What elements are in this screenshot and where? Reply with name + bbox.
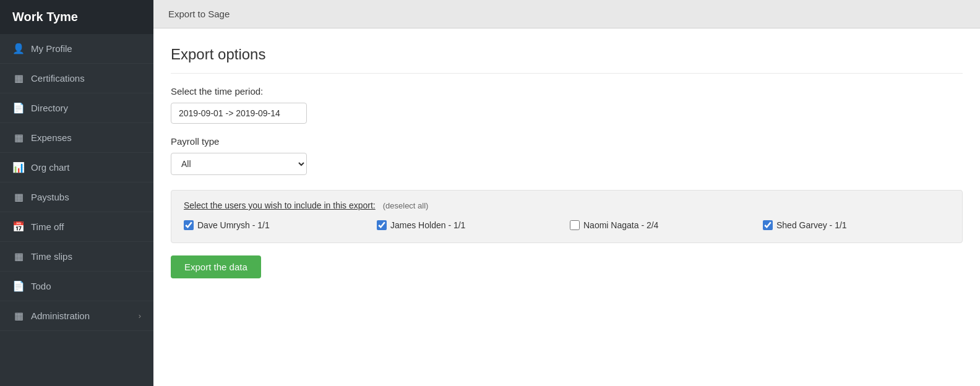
payroll-type-label: Payroll type xyxy=(171,136,963,147)
sidebar-item-administration[interactable]: ▦ Administration › xyxy=(0,301,153,331)
sidebar-item-paystubs[interactable]: ▦ Paystubs xyxy=(0,182,153,212)
users-grid: Dave Umrysh - 1/1James Holden - 1/1Naomi… xyxy=(184,220,950,230)
user-item-james-holden[interactable]: James Holden - 1/1 xyxy=(377,220,564,230)
user-checkbox-naomi-nagata[interactable] xyxy=(570,220,580,230)
sidebar-item-time-off[interactable]: 📅 Time off xyxy=(0,212,153,242)
users-section: Select the users you wish to include in … xyxy=(171,190,963,243)
sidebar-label-directory: Directory xyxy=(31,103,68,113)
users-section-label[interactable]: Select the users you wish to include in … xyxy=(184,200,376,210)
breadcrumb: Export to Sage xyxy=(153,0,980,28)
users-header: Select the users you wish to include in … xyxy=(184,200,950,210)
export-button[interactable]: Export the data xyxy=(171,255,261,278)
user-checkbox-james-holden[interactable] xyxy=(377,220,387,230)
user-item-shed-garvey[interactable]: Shed Garvey - 1/1 xyxy=(763,220,950,230)
expenses-icon: ▦ xyxy=(12,132,25,144)
sidebar-item-time-slips[interactable]: ▦ Time slips xyxy=(0,242,153,272)
directory-icon: 📄 xyxy=(12,102,25,114)
user-label-shed-garvey: Shed Garvey - 1/1 xyxy=(776,220,847,230)
sidebar-label-expenses: Expenses xyxy=(31,132,72,143)
sidebar-item-certifications[interactable]: ▦ Certifications xyxy=(0,64,153,93)
user-label-dave-umrysh: Dave Umrysh - 1/1 xyxy=(197,220,270,230)
my-profile-icon: 👤 xyxy=(12,43,25,54)
sidebar-label-my-profile: My Profile xyxy=(31,43,72,54)
user-item-dave-umrysh[interactable]: Dave Umrysh - 1/1 xyxy=(184,220,371,230)
deselect-all-link[interactable]: (deselect all) xyxy=(383,201,429,210)
arrow-icon: › xyxy=(139,311,141,320)
todo-icon: 📄 xyxy=(12,280,25,292)
sidebar-item-directory[interactable]: 📄 Directory xyxy=(0,93,153,123)
content-area: Export options Select the time period: P… xyxy=(153,28,980,386)
user-checkbox-shed-garvey[interactable] xyxy=(763,220,773,230)
time-period-label: Select the time period: xyxy=(171,86,963,96)
breadcrumb-text: Export to Sage xyxy=(168,9,230,19)
time-period-input[interactable] xyxy=(171,103,307,124)
sidebar-label-org-chart: Org chart xyxy=(31,162,70,173)
user-label-james-holden: James Holden - 1/1 xyxy=(390,220,465,230)
sidebar-label-todo: Todo xyxy=(31,281,51,291)
sidebar-item-expenses[interactable]: ▦ Expenses xyxy=(0,123,153,153)
certifications-icon: ▦ xyxy=(12,72,25,84)
sidebar-item-my-profile[interactable]: 👤 My Profile xyxy=(0,34,153,64)
sidebar-label-administration: Administration xyxy=(31,311,90,321)
app-title: Work Tyme xyxy=(0,0,153,34)
time-slips-icon: ▦ xyxy=(12,251,25,262)
sidebar-label-paystubs: Paystubs xyxy=(31,192,69,202)
sidebar-nav: 👤 My Profile ▦ Certifications 📄 Director… xyxy=(0,34,153,331)
sidebar-label-time-slips: Time slips xyxy=(31,251,72,262)
sidebar: Work Tyme 👤 My Profile ▦ Certifications … xyxy=(0,0,153,386)
sidebar-item-org-chart[interactable]: 📊 Org chart xyxy=(0,153,153,182)
user-checkbox-dave-umrysh[interactable] xyxy=(184,220,194,230)
page-title: Export options xyxy=(171,46,963,74)
user-item-naomi-nagata[interactable]: Naomi Nagata - 2/4 xyxy=(570,220,757,230)
sidebar-item-todo[interactable]: 📄 Todo xyxy=(0,272,153,301)
administration-icon: ▦ xyxy=(12,310,25,322)
payroll-type-select[interactable]: AllHourlySalary xyxy=(171,153,307,175)
main-content: Export to Sage Export options Select the… xyxy=(153,0,980,386)
paystubs-icon: ▦ xyxy=(12,191,25,203)
user-label-naomi-nagata: Naomi Nagata - 2/4 xyxy=(583,220,658,230)
time-off-icon: 📅 xyxy=(12,221,25,233)
org-chart-icon: 📊 xyxy=(12,161,25,173)
sidebar-label-certifications: Certifications xyxy=(31,73,85,84)
sidebar-label-time-off: Time off xyxy=(31,221,64,232)
